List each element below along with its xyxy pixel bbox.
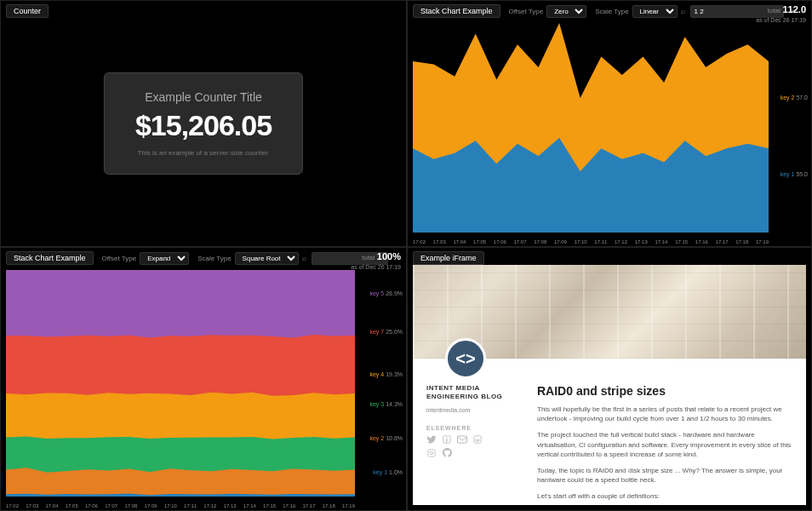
scale-type-label: Scale Type [197,255,231,262]
x-axis: 17:0217:0317:0417:0517:0617:0717:0817:09… [413,239,769,244]
post-paragraph: Today, the topic is RAID0 and disk strip… [537,466,792,485]
twitter-icon[interactable] [426,434,437,445]
legend-item: key 2 10.8% [369,435,403,441]
search-icon: ⌕ [302,254,306,262]
iframe-content[interactable]: <> INTENT MEDIA ENGINEERING BLOG intentm… [413,265,806,505]
counter-card: Example Counter Title $15,206.05 This is… [104,72,303,175]
legend-item: key 3 14.3% [369,401,403,407]
offset-type-select[interactable]: Expand [140,252,189,265]
scale-type-select[interactable]: Square Root [235,252,299,265]
stack-chart-1-panel: Stack Chart Example Offset Type Zero Sca… [407,0,812,247]
scale-type-label: Scale Type [595,8,628,15]
legend-item: key 7 25.6% [369,329,403,335]
panel-header: Counter [1,1,406,21]
legend-key1: key 1 55.0 [781,171,808,177]
search-icon: ⌕ [681,7,685,15]
svg-rect-3 [428,450,435,456]
panel-header: Stack Chart Example Offset Type Expand S… [1,248,406,268]
total-readout: total 100% as of Dec 26 17:19 [351,251,401,272]
email-icon[interactable] [457,434,467,445]
social-row-2 [426,448,520,458]
offset-type-select[interactable]: Zero [546,5,586,18]
svg-rect-1 [458,436,467,443]
blog-title: INTENT MEDIA ENGINEERING BLOG [426,384,520,402]
blog-sidebar: INTENT MEDIA ENGINEERING BLOG intentmedi… [426,384,520,505]
github-icon[interactable] [442,448,452,458]
instagram-icon[interactable] [426,448,437,458]
post-paragraph: This will hopefully be the first in a se… [537,405,792,423]
counter-title: Example Counter Title [135,90,272,104]
legend-item: key 1 1.0% [373,469,403,475]
post-title: RAID0 and stripe sizes [537,384,792,398]
avatar: <> [445,338,486,379]
blog-body: INTENT MEDIA ENGINEERING BLOG intentmedi… [413,359,806,505]
total-readout: total 112.0 as of Dec 26 17:19 [756,4,806,25]
stack-chart-2[interactable] [6,270,355,497]
scale-type-select[interactable]: Linear [632,5,678,18]
stack-chart-2-panel: Stack Chart Example Offset Type Expand S… [0,247,407,511]
panel-title: Counter [6,4,49,18]
post-paragraph: Let's start off with a couple of definit… [537,491,792,501]
elsewhere-label: ELSEWHERE [426,425,520,431]
iframe-panel: Example iFrame <> INTENT MEDIA ENGINEERI… [407,247,812,511]
x-axis: 17:0217:0317:0417:0517:0617:0717:0817:09… [6,503,355,508]
panel-header: Stack Chart Example Offset Type Zero Sca… [408,1,811,21]
panel-title: Example iFrame [413,251,484,265]
counter-subtitle: This is an example of a server-side coun… [135,149,272,157]
facebook-icon[interactable] [442,434,452,445]
counter-value: $15,206.05 [135,109,272,142]
blog-main: RAID0 and stripe sizes This will hopeful… [537,384,792,505]
svg-point-4 [430,451,432,454]
offset-type-label: Offset Type [509,8,544,15]
offset-type-label: Offset Type [102,255,137,262]
linkedin-icon[interactable] [472,434,483,445]
stack-chart-1[interactable] [413,23,769,233]
post-paragraph: The project touched the full vertical bu… [537,430,792,459]
hero-image: <> [413,265,806,359]
legend-item: key 5 28.9% [369,290,403,296]
panel-title: Stack Chart Example [413,4,500,18]
panel-title: Stack Chart Example [6,251,94,265]
social-row [426,434,520,445]
blog-link[interactable]: intentmedia.com [426,407,520,413]
legend-key2: key 2 57.0 [781,95,808,100]
legend-item: key 4 19.3% [369,371,403,377]
counter-panel: Counter Example Counter Title $15,206.05… [0,0,407,247]
